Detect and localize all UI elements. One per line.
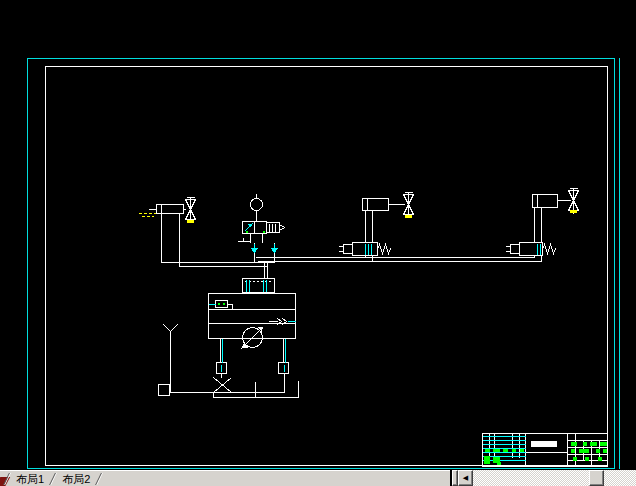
main-pipes [256,258,542,262]
title-block-grid-white [483,434,608,467]
layout-tab-bar: 布局1 布局2 [0,470,450,486]
scroll-left-button[interactable]: ◀ [458,470,473,486]
drawing-canvas[interactable] [0,0,636,486]
green-marks [218,231,607,465]
tab-separator [49,473,56,485]
yellow-valve-marks [187,210,577,223]
hscrollbar-thumb[interactable] [589,470,604,486]
tank-drain-group [159,325,299,398]
hscrollbar-track[interactable] [473,470,636,486]
drain-y-icon [164,325,178,393]
right-cylinder-group [506,189,579,262]
left-cylinder-group [149,198,268,267]
shutoff-cross-icon [214,378,232,393]
scroll-left-arrow-icon: ◀ [463,474,468,482]
yellow-hatch-marks [139,214,156,217]
tab-separator [95,473,102,485]
tab-layout1[interactable]: 布局1 [14,472,46,486]
tab-layout2[interactable]: 布局2 [60,472,92,486]
middle-cylinder-group [339,193,414,262]
pump-manifold-group [209,294,296,348]
pressure-gauge-icon [251,194,263,222]
solenoid-valve-group [238,222,285,263]
hydraulic-schematic [149,189,608,467]
white-fills [242,327,557,447]
title-block-highlight [531,441,557,447]
schematic-cyan-lines [209,224,541,461]
